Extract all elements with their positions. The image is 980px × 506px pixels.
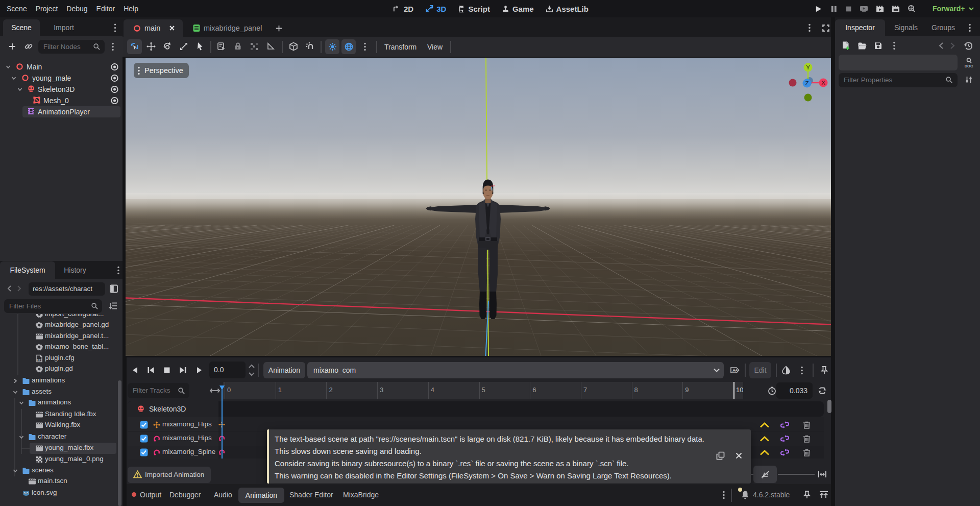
svg-text:X: X xyxy=(821,80,825,86)
svg-text:DOC: DOC xyxy=(965,64,973,68)
svg-text:Y: Y xyxy=(806,64,810,70)
svg-text:A: A xyxy=(732,368,736,373)
svg-text:TXT: TXT xyxy=(36,358,42,362)
svg-text:Z: Z xyxy=(805,80,808,86)
